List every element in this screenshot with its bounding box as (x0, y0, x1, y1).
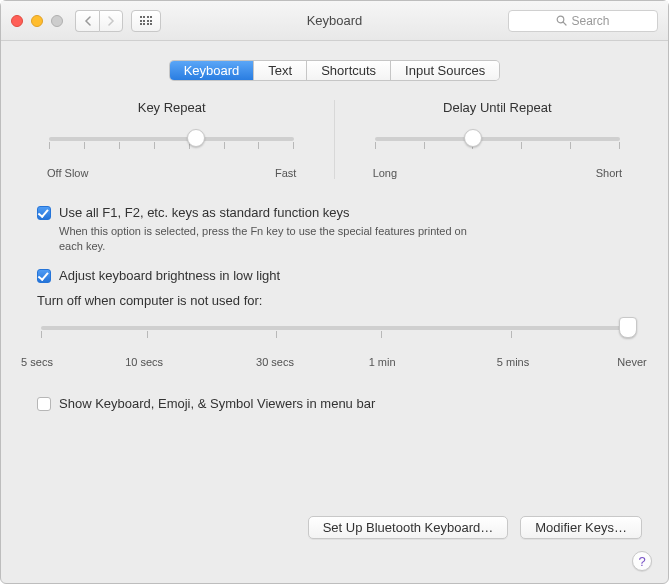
tab-text[interactable]: Text (254, 61, 307, 80)
idle-tick-label: 1 min (369, 356, 396, 368)
idle-tick-labels: 5 secs10 secs30 secs1 min5 minsNever (37, 356, 632, 372)
modifier-keys-button[interactable]: Modifier Keys… (520, 516, 642, 539)
show-viewer-checkbox[interactable] (37, 397, 51, 411)
traffic-lights (11, 15, 63, 27)
tab-shortcuts[interactable]: Shortcuts (307, 61, 391, 80)
delay-repeat-title: Delay Until Repeat (359, 100, 636, 115)
titlebar: Keyboard Search (1, 1, 668, 41)
back-button[interactable] (75, 10, 99, 32)
delay-repeat-labels: Long Short (373, 167, 622, 179)
fn-keys-row: Use all F1, F2, etc. keys as standard fu… (37, 205, 632, 220)
idle-tick-label: 10 secs (125, 356, 163, 368)
brightness-row: Adjust keyboard brightness in low light (37, 268, 632, 283)
fn-keys-label: Use all F1, F2, etc. keys as standard fu… (59, 205, 349, 220)
nav-back-forward (75, 10, 123, 32)
key-repeat-title: Key Repeat (33, 100, 310, 115)
delay-repeat-knob[interactable] (464, 129, 482, 147)
options-group: Use all F1, F2, etc. keys as standard fu… (27, 205, 642, 411)
content-area: Keyboard Text Shortcuts Input Sources Ke… (1, 41, 668, 583)
bluetooth-keyboard-button[interactable]: Set Up Bluetooth Keyboard… (308, 516, 509, 539)
grid-icon (140, 16, 153, 25)
divider (334, 100, 335, 179)
idle-knob[interactable] (619, 317, 637, 338)
idle-tick-label: Never (617, 356, 646, 368)
fn-keys-sublabel: When this option is selected, press the … (59, 224, 479, 254)
tab-bar: Keyboard Text Shortcuts Input Sources (170, 61, 500, 80)
idle-slider[interactable] (41, 318, 628, 348)
show-all-button[interactable] (131, 10, 161, 32)
minimize-icon[interactable] (31, 15, 43, 27)
fn-keys-checkbox[interactable] (37, 206, 51, 220)
forward-button[interactable] (99, 10, 123, 32)
help-button[interactable]: ? (632, 551, 652, 571)
key-repeat-knob[interactable] (187, 129, 205, 147)
key-repeat-slider[interactable] (49, 129, 294, 159)
idle-tick-label: 5 mins (497, 356, 529, 368)
key-repeat-block: Key Repeat Off Slow Fast (33, 100, 310, 179)
close-icon[interactable] (11, 15, 23, 27)
brightness-checkbox[interactable] (37, 269, 51, 283)
show-viewer-row: Show Keyboard, Emoji, & Symbol Viewers i… (37, 396, 632, 411)
idle-tick-label: 30 secs (256, 356, 294, 368)
search-input[interactable]: Search (508, 10, 658, 32)
delay-repeat-block: Delay Until Repeat Long Short (359, 100, 636, 179)
tab-input-sources[interactable]: Input Sources (391, 61, 499, 80)
search-icon (556, 15, 567, 26)
key-repeat-labels: Off Slow Fast (47, 167, 296, 179)
idle-label: Turn off when computer is not used for: (37, 293, 632, 308)
bottom-buttons: Set Up Bluetooth Keyboard… Modifier Keys… (308, 516, 642, 539)
brightness-label: Adjust keyboard brightness in low light (59, 268, 280, 283)
idle-tick-label: 5 secs (21, 356, 53, 368)
preferences-window: Keyboard Search Keyboard Text Shortcuts … (0, 0, 669, 584)
zoom-icon (51, 15, 63, 27)
search-placeholder: Search (571, 14, 609, 28)
svg-line-1 (564, 22, 567, 25)
sliders-row: Key Repeat Off Slow Fast Delay Until Rep… (27, 100, 642, 179)
tab-keyboard[interactable]: Keyboard (170, 61, 255, 80)
delay-repeat-slider[interactable] (375, 129, 620, 159)
show-viewer-label: Show Keyboard, Emoji, & Symbol Viewers i… (59, 396, 375, 411)
